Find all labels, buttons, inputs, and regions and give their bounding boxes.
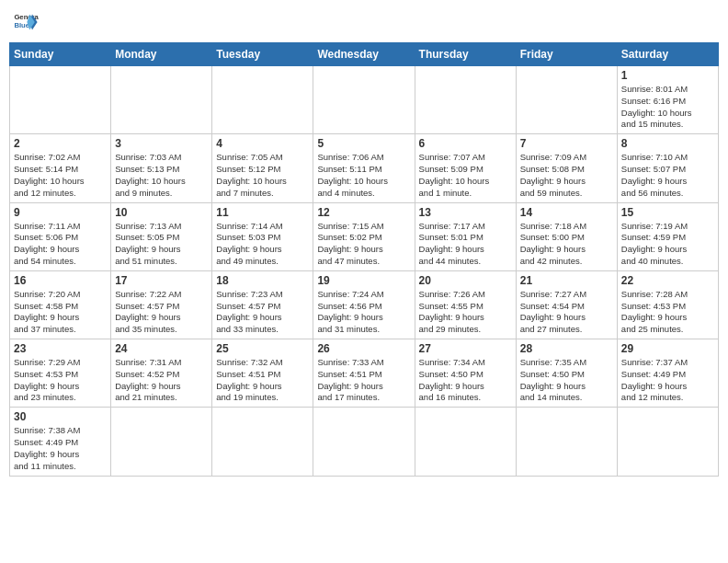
calendar-cell: 1Sunrise: 8:01 AMSunset: 6:16 PMDaylight… — [617, 66, 718, 134]
day-number: 25 — [216, 342, 309, 355]
day-number: 9 — [14, 206, 107, 219]
cell-content: Sunrise: 7:27 AMSunset: 4:54 PMDaylight:… — [520, 289, 613, 336]
cell-content: Sunrise: 7:28 AMSunset: 4:53 PMDaylight:… — [621, 289, 714, 336]
cell-content: Sunrise: 7:02 AMSunset: 5:14 PMDaylight:… — [14, 152, 107, 199]
calendar-cell — [212, 408, 313, 476]
day-number: 7 — [520, 137, 613, 150]
cell-content: Sunrise: 7:22 AMSunset: 4:57 PMDaylight:… — [115, 289, 208, 336]
calendar-cell — [516, 408, 617, 476]
calendar-cell — [313, 408, 415, 476]
day-number: 18 — [216, 274, 309, 287]
day-number: 19 — [317, 274, 410, 287]
day-number: 1 — [621, 69, 714, 82]
calendar-cell: 11Sunrise: 7:14 AMSunset: 5:03 PMDayligh… — [212, 202, 313, 270]
column-header-friday: Friday — [516, 43, 617, 66]
day-number: 22 — [621, 274, 714, 287]
calendar-cell: 8Sunrise: 7:10 AMSunset: 5:07 PMDaylight… — [617, 134, 718, 202]
logo: General Blue — [13, 9, 39, 35]
calendar-cell — [516, 66, 617, 134]
cell-content: Sunrise: 7:31 AMSunset: 4:52 PMDaylight:… — [115, 357, 208, 404]
cell-content: Sunrise: 7:18 AMSunset: 5:00 PMDaylight:… — [520, 221, 613, 268]
cell-content: Sunrise: 8:01 AMSunset: 6:16 PMDaylight:… — [621, 84, 714, 131]
calendar-cell: 9Sunrise: 7:11 AMSunset: 5:06 PMDaylight… — [10, 202, 111, 270]
calendar-week-row: 2Sunrise: 7:02 AMSunset: 5:14 PMDaylight… — [10, 134, 719, 202]
column-header-saturday: Saturday — [617, 43, 718, 66]
cell-content: Sunrise: 7:32 AMSunset: 4:51 PMDaylight:… — [216, 357, 309, 404]
cell-content: Sunrise: 7:33 AMSunset: 4:51 PMDaylight:… — [317, 357, 410, 404]
calendar-cell: 18Sunrise: 7:23 AMSunset: 4:57 PMDayligh… — [212, 270, 313, 339]
calendar-table: SundayMondayTuesdayWednesdayThursdayFrid… — [9, 42, 719, 477]
general-blue-logo-icon: General Blue — [13, 9, 39, 35]
day-number: 4 — [216, 137, 309, 150]
calendar-cell: 14Sunrise: 7:18 AMSunset: 5:00 PMDayligh… — [516, 202, 617, 270]
calendar-week-row: 30Sunrise: 7:38 AMSunset: 4:49 PMDayligh… — [10, 408, 719, 476]
day-number: 16 — [14, 274, 107, 287]
calendar-cell: 3Sunrise: 7:03 AMSunset: 5:13 PMDaylight… — [111, 134, 212, 202]
calendar-week-row: 16Sunrise: 7:20 AMSunset: 4:58 PMDayligh… — [10, 270, 719, 339]
day-number: 2 — [14, 137, 107, 150]
cell-content: Sunrise: 7:24 AMSunset: 4:56 PMDaylight:… — [317, 289, 410, 336]
day-number: 26 — [317, 342, 410, 355]
day-number: 20 — [419, 274, 512, 287]
day-number: 17 — [115, 274, 208, 287]
cell-content: Sunrise: 7:14 AMSunset: 5:03 PMDaylight:… — [216, 221, 309, 268]
calendar-cell: 17Sunrise: 7:22 AMSunset: 4:57 PMDayligh… — [111, 270, 212, 339]
column-header-tuesday: Tuesday — [212, 43, 313, 66]
calendar-cell: 22Sunrise: 7:28 AMSunset: 4:53 PMDayligh… — [617, 270, 718, 339]
cell-content: Sunrise: 7:38 AMSunset: 4:49 PMDaylight:… — [14, 425, 107, 472]
day-number: 8 — [621, 137, 714, 150]
cell-content: Sunrise: 7:20 AMSunset: 4:58 PMDaylight:… — [14, 289, 107, 336]
calendar-cell: 6Sunrise: 7:07 AMSunset: 5:09 PMDaylight… — [415, 134, 516, 202]
calendar-cell: 29Sunrise: 7:37 AMSunset: 4:49 PMDayligh… — [617, 339, 718, 408]
day-number: 30 — [14, 410, 107, 423]
day-number: 10 — [115, 206, 208, 219]
calendar-cell: 27Sunrise: 7:34 AMSunset: 4:50 PMDayligh… — [415, 339, 516, 408]
cell-content: Sunrise: 7:09 AMSunset: 5:08 PMDaylight:… — [520, 152, 613, 199]
cell-content: Sunrise: 7:10 AMSunset: 5:07 PMDaylight:… — [621, 152, 714, 199]
cell-content: Sunrise: 7:07 AMSunset: 5:09 PMDaylight:… — [419, 152, 512, 199]
calendar-cell: 7Sunrise: 7:09 AMSunset: 5:08 PMDaylight… — [516, 134, 617, 202]
calendar-cell: 19Sunrise: 7:24 AMSunset: 4:56 PMDayligh… — [313, 270, 415, 339]
calendar-week-row: 1Sunrise: 8:01 AMSunset: 6:16 PMDaylight… — [10, 66, 719, 134]
day-number: 29 — [621, 342, 714, 355]
cell-content: Sunrise: 7:11 AMSunset: 5:06 PMDaylight:… — [14, 221, 107, 268]
column-header-monday: Monday — [111, 43, 212, 66]
column-header-sunday: Sunday — [10, 43, 111, 66]
calendar-cell: 16Sunrise: 7:20 AMSunset: 4:58 PMDayligh… — [10, 270, 111, 339]
day-number: 12 — [317, 206, 410, 219]
cell-content: Sunrise: 7:34 AMSunset: 4:50 PMDaylight:… — [419, 357, 512, 404]
day-number: 27 — [419, 342, 512, 355]
column-header-wednesday: Wednesday — [313, 43, 415, 66]
column-header-thursday: Thursday — [415, 43, 516, 66]
cell-content: Sunrise: 7:37 AMSunset: 4:49 PMDaylight:… — [621, 357, 714, 404]
day-number: 24 — [115, 342, 208, 355]
calendar-cell: 20Sunrise: 7:26 AMSunset: 4:55 PMDayligh… — [415, 270, 516, 339]
day-number: 11 — [216, 206, 309, 219]
calendar-cell — [313, 66, 415, 134]
cell-content: Sunrise: 7:35 AMSunset: 4:50 PMDaylight:… — [520, 357, 613, 404]
cell-content: Sunrise: 7:29 AMSunset: 4:53 PMDaylight:… — [14, 357, 107, 404]
calendar-cell: 5Sunrise: 7:06 AMSunset: 5:11 PMDaylight… — [313, 134, 415, 202]
calendar-cell: 26Sunrise: 7:33 AMSunset: 4:51 PMDayligh… — [313, 339, 415, 408]
calendar-cell — [10, 66, 111, 134]
day-number: 6 — [419, 137, 512, 150]
day-number: 15 — [621, 206, 714, 219]
cell-content: Sunrise: 7:19 AMSunset: 4:59 PMDaylight:… — [621, 221, 714, 268]
calendar-cell: 23Sunrise: 7:29 AMSunset: 4:53 PMDayligh… — [10, 339, 111, 408]
calendar-cell: 10Sunrise: 7:13 AMSunset: 5:05 PMDayligh… — [111, 202, 212, 270]
calendar-cell: 2Sunrise: 7:02 AMSunset: 5:14 PMDaylight… — [10, 134, 111, 202]
calendar-cell: 12Sunrise: 7:15 AMSunset: 5:02 PMDayligh… — [313, 202, 415, 270]
day-number: 23 — [14, 342, 107, 355]
calendar-cell — [617, 408, 718, 476]
cell-content: Sunrise: 7:06 AMSunset: 5:11 PMDaylight:… — [317, 152, 410, 199]
calendar-header-row: SundayMondayTuesdayWednesdayThursdayFrid… — [10, 43, 719, 66]
calendar-cell — [415, 66, 516, 134]
page-header: General Blue — [9, 9, 719, 35]
cell-content: Sunrise: 7:23 AMSunset: 4:57 PMDaylight:… — [216, 289, 309, 336]
calendar-cell: 28Sunrise: 7:35 AMSunset: 4:50 PMDayligh… — [516, 339, 617, 408]
day-number: 28 — [520, 342, 613, 355]
calendar-cell: 24Sunrise: 7:31 AMSunset: 4:52 PMDayligh… — [111, 339, 212, 408]
calendar-week-row: 23Sunrise: 7:29 AMSunset: 4:53 PMDayligh… — [10, 339, 719, 408]
cell-content: Sunrise: 7:03 AMSunset: 5:13 PMDaylight:… — [115, 152, 208, 199]
cell-content: Sunrise: 7:05 AMSunset: 5:12 PMDaylight:… — [216, 152, 309, 199]
